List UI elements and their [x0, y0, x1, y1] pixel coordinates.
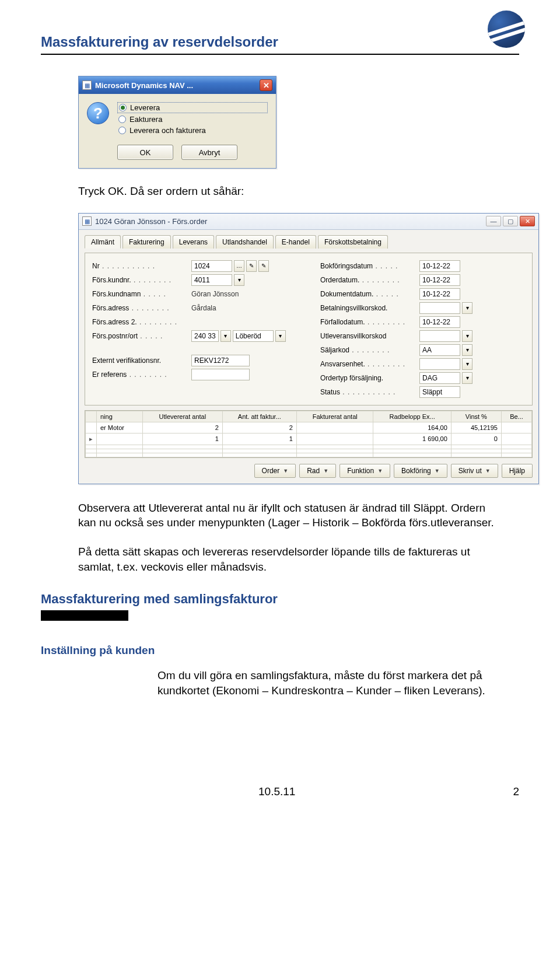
table-row[interactable]: er Motor 2 2 164,00 45,12195	[86, 422, 532, 433]
order-action-buttons: Order▼ Rad▼ Funktion▼ Bokföring▼ Skriv u…	[85, 464, 533, 478]
dialog-titlebar: ▦ Microsoft Dynamics NAV ... ✕	[79, 76, 276, 94]
label-kundnamn: Förs.kundnamn	[92, 290, 191, 298]
radio-leverera-och-fakturera[interactable]: Leverera och fakturera	[117, 125, 268, 135]
action-radiogroup: Leverera Eakturera Leverera och fakturer…	[117, 101, 268, 137]
label-ordertyp: Ordertyp försäljning.	[320, 374, 419, 382]
col-vinst: Vinst %	[451, 411, 501, 422]
field-ordertyp[interactable]: DAG	[419, 372, 460, 384]
lookup-icon[interactable]: ▾	[234, 274, 244, 286]
field-postnr[interactable]: 240 33	[191, 330, 219, 342]
confirm-dialog: ▦ Microsoft Dynamics NAV ... ✕ ? Leverer…	[78, 76, 276, 169]
ok-button[interactable]: OK	[117, 145, 173, 160]
label-extver: Externt verifikationsnr.	[92, 356, 191, 365]
app-icon: ▦	[82, 81, 92, 90]
col-fakturerat: Fakturerat antal	[296, 411, 373, 422]
radio-indicator	[118, 127, 126, 134]
instruction-p2: Observera att Utlevererat antal nu är if…	[78, 501, 498, 530]
brand-logo	[488, 11, 525, 48]
btn-skrivut[interactable]: Skriv ut▼	[451, 464, 498, 478]
order-title: 1024 Göran Jönsson - Förs.order	[95, 217, 482, 226]
title-rule	[41, 54, 519, 55]
radio-leverera[interactable]: Leverera	[117, 102, 268, 113]
tab-utlandshandel[interactable]: Utlandshandel	[216, 235, 274, 249]
cancel-button[interactable]: Avbryt	[181, 145, 237, 160]
page-title: Massfakturering av reservdelsorder	[41, 34, 519, 50]
field-kundnamn: Göran Jönsson	[191, 290, 239, 298]
table-row[interactable]	[86, 453, 532, 457]
instruction-p3: På detta sätt skapas och levereras reser…	[78, 544, 498, 574]
field-betal[interactable]	[419, 302, 460, 314]
field-utl[interactable]	[419, 330, 460, 342]
field-erref[interactable]	[191, 369, 250, 380]
field-bokf[interactable]: 10-12-22	[419, 260, 460, 272]
tab-leverans[interactable]: Leverans	[173, 235, 214, 249]
lookup-icon[interactable]: ▾	[220, 330, 231, 342]
label-betal: Betalningsvillkorskod.	[320, 304, 419, 312]
edit-icon[interactable]: ✎	[246, 260, 257, 272]
btn-funktion[interactable]: Funktion▼	[340, 464, 390, 478]
tab-forskott[interactable]: Förskottsbetalning	[318, 235, 388, 249]
question-icon: ?	[87, 102, 109, 124]
field-status[interactable]: Släppt	[419, 386, 460, 398]
radio-fakturera[interactable]: Eakturera	[117, 114, 268, 124]
close-icon[interactable]: ✕	[520, 216, 535, 226]
lookup-icon[interactable]: ▾	[462, 330, 473, 342]
lines-header-row: ning Utlevererat antal Ant. att faktur..…	[86, 411, 532, 422]
radio-label: Eakturera	[130, 115, 162, 124]
col-be: Be...	[501, 411, 531, 422]
label-adress2: Förs.adress 2.	[92, 318, 191, 326]
lookup-icon[interactable]: ▾	[462, 344, 473, 356]
order-titlebar: ▦ 1024 Göran Jönsson - Förs.order — ▢ ✕	[79, 214, 538, 230]
edit-icon[interactable]: ✎	[258, 260, 269, 272]
order-lines-grid[interactable]: ning Utlevererat antal Ant. att faktur..…	[85, 410, 533, 458]
field-kundnr[interactable]: 4011	[191, 274, 232, 286]
table-row[interactable]: ▸ 1 1 1 690,00 0	[86, 433, 532, 445]
label-postnr: Förs.postnr/ort	[92, 332, 191, 340]
lookup-icon[interactable]: …	[234, 260, 244, 272]
minimize-icon[interactable]: —	[486, 216, 501, 226]
tab-fakturering[interactable]: Fakturering	[123, 235, 171, 249]
maximize-icon[interactable]: ▢	[503, 216, 518, 226]
section-heading: Massfakturering med samlingsfakturor	[41, 592, 519, 607]
field-extver[interactable]: REKV1272	[191, 355, 250, 366]
btn-rad[interactable]: Rad▼	[299, 464, 336, 478]
heading-underline	[41, 610, 128, 621]
field-dokd[interactable]: 10-12-22	[419, 288, 460, 300]
label-orderd: Orderdatum.	[320, 276, 419, 284]
field-ansv[interactable]	[419, 358, 460, 370]
btn-order[interactable]: Order▼	[254, 464, 296, 478]
label-bokf: Bokföringsdatum	[320, 262, 419, 270]
field-orderd[interactable]: 10-12-22	[419, 274, 460, 286]
field-ort[interactable]: Löberöd	[233, 330, 274, 342]
radio-label: Leverera	[130, 103, 160, 112]
field-adress: Gårdala	[191, 304, 216, 312]
order-tabs: Allmänt Fakturering Leverans Utlandshand…	[85, 235, 533, 248]
col-ning: ning	[97, 411, 143, 422]
field-salj[interactable]: AA	[419, 344, 460, 356]
field-forf[interactable]: 10-12-22	[419, 316, 460, 328]
col-utlevererat: Utlevererat antal	[142, 411, 222, 422]
col-radbelopp: Radbelopp Ex...	[373, 411, 451, 422]
field-nr[interactable]: 1024	[191, 260, 232, 272]
lookup-icon[interactable]: ▾	[275, 330, 286, 342]
tab-ehandel[interactable]: E-handel	[275, 235, 316, 249]
chevron-down-icon: ▼	[323, 468, 328, 474]
lookup-icon[interactable]: ▾	[462, 358, 473, 370]
radio-indicator-checked	[119, 104, 127, 111]
label-utl: Utleveransvillkorskod	[320, 332, 419, 340]
order-window: ▦ 1024 Göran Jönsson - Förs.order — ▢ ✕ …	[78, 213, 539, 484]
lookup-icon[interactable]: ▾	[462, 302, 473, 314]
table-row[interactable]	[86, 445, 532, 449]
lookup-icon[interactable]: ▾	[462, 372, 473, 384]
radio-indicator	[118, 116, 126, 123]
chevron-down-icon: ▼	[435, 468, 440, 474]
footer-date: 10.5.11	[41, 785, 513, 798]
close-icon[interactable]: ✕	[260, 79, 272, 91]
label-salj: Säljarkod	[320, 346, 419, 354]
radio-label: Leverera och fakturera	[130, 126, 206, 135]
label-ansv: Ansvarsenhet.	[320, 360, 419, 368]
tab-allmant[interactable]: Allmänt	[85, 235, 121, 249]
btn-hjalp[interactable]: Hjälp	[502, 464, 533, 478]
table-row[interactable]	[86, 449, 532, 453]
btn-bokforing[interactable]: Bokföring▼	[394, 464, 447, 478]
